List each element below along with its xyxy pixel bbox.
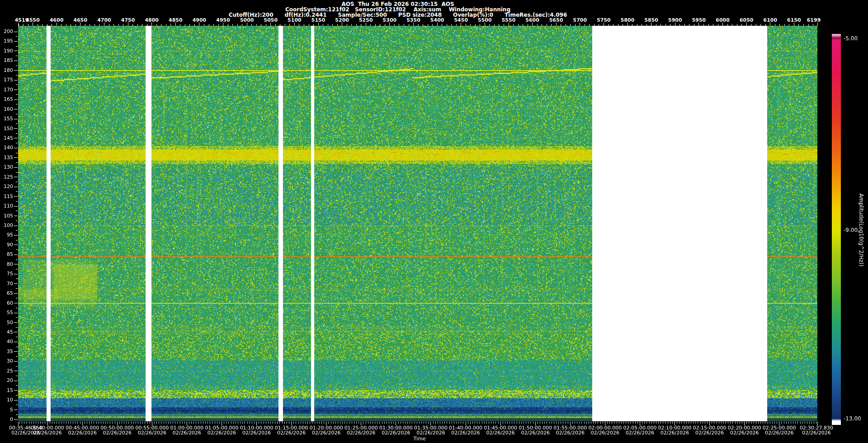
bottom-axis-minor-tick	[349, 422, 350, 424]
top-axis-major-tick	[461, 23, 461, 26]
bottom-axis-minor-tick	[201, 422, 201, 424]
bottom-axis-minor-tick	[765, 422, 765, 424]
bottom-axis-minor-tick	[454, 422, 454, 424]
bottom-axis-minor-tick	[215, 422, 215, 424]
top-axis-major-tick	[651, 23, 651, 26]
bottom-axis-minor-tick	[219, 422, 220, 424]
bottom-axis-minor-tick	[572, 422, 573, 424]
bottom-axis-minor-tick	[484, 422, 485, 424]
spectrogram-plot[interactable]	[18, 26, 817, 421]
bottom-axis-major-tick	[47, 422, 48, 425]
bottom-axis-minor-tick	[809, 422, 810, 424]
bottom-axis-minor-tick	[289, 422, 289, 424]
bottom-axis-date-label: 02/26/2026	[62, 430, 103, 435]
bottom-axis-minor-tick	[633, 422, 633, 424]
bottom-axis-minor-tick	[684, 422, 684, 424]
bottom-axis-date-label: 02/26/2026	[759, 430, 800, 435]
left-axis-major-tick	[14, 226, 18, 226]
bottom-axis-minor-tick	[326, 422, 326, 424]
top-axis-label: 5250	[357, 18, 375, 23]
bottom-axis-minor-tick	[245, 422, 245, 424]
bottom-axis-minor-tick	[530, 422, 531, 424]
left-axis-major-tick	[14, 245, 18, 245]
bottom-axis-minor-tick	[470, 422, 471, 424]
top-axis-label: 4950	[214, 18, 232, 23]
left-axis-major-tick	[14, 32, 18, 32]
bottom-axis-minor-tick	[489, 422, 489, 424]
left-axis-major-tick	[14, 351, 18, 352]
bottom-axis-minor-tick	[175, 422, 175, 424]
bottom-axis-minor-tick	[222, 422, 222, 424]
bottom-axis-minor-tick	[435, 422, 436, 424]
left-axis-major-tick	[14, 70, 18, 71]
left-axis-major-tick	[14, 381, 18, 381]
bottom-axis-minor-tick	[180, 422, 180, 424]
bottom-axis-minor-tick	[519, 422, 519, 424]
left-axis-major-tick	[14, 419, 18, 420]
bottom-axis-minor-tick	[182, 422, 183, 424]
bottom-axis-minor-tick	[509, 422, 510, 424]
left-axis-minor-tick	[16, 259, 18, 260]
bottom-axis-minor-tick	[433, 422, 434, 424]
bottom-axis-major-tick	[640, 422, 640, 425]
bottom-axis-minor-tick	[793, 422, 793, 424]
bottom-axis-minor-tick	[577, 422, 577, 424]
bottom-axis-minor-tick	[614, 422, 614, 424]
bottom-axis-minor-tick	[307, 422, 308, 424]
left-axis-label: 145	[1, 136, 13, 141]
bottom-axis-minor-tick	[103, 422, 104, 424]
bottom-axis-minor-tick	[589, 422, 589, 424]
bottom-axis-minor-tick	[581, 422, 582, 424]
bottom-axis-date-label: 02/26/2026	[655, 430, 695, 435]
bottom-axis-minor-tick	[77, 422, 78, 424]
bottom-axis-minor-tick	[412, 422, 412, 424]
bottom-axis-minor-tick	[131, 422, 132, 424]
bottom-axis-minor-tick	[254, 422, 255, 424]
left-axis-minor-tick	[16, 172, 18, 173]
bottom-axis-minor-tick	[259, 422, 259, 424]
bottom-axis-minor-tick	[317, 422, 317, 424]
bottom-axis-minor-tick	[310, 422, 310, 424]
bottom-axis-minor-tick	[361, 422, 361, 424]
bottom-axis-minor-tick	[22, 422, 22, 424]
colorbar-axis-label: Amplitude(Log10(g^2/Hz))	[858, 193, 864, 267]
bottom-axis-minor-tick	[140, 422, 141, 424]
bottom-axis-minor-tick	[781, 422, 782, 424]
bottom-axis-minor-tick	[795, 422, 796, 424]
bottom-axis-minor-tick	[212, 422, 212, 424]
bottom-axis-minor-tick	[566, 422, 566, 424]
left-axis-minor-tick	[16, 366, 18, 367]
bottom-axis-date-label: 02/26/2026	[796, 430, 837, 435]
bottom-axis-minor-tick	[354, 422, 354, 424]
bottom-axis-minor-tick	[384, 422, 385, 424]
bottom-axis-minor-tick	[654, 422, 654, 424]
bottom-axis-minor-tick	[177, 422, 178, 424]
bottom-axis-minor-tick	[695, 422, 696, 424]
bottom-axis-minor-tick	[703, 422, 703, 424]
bottom-axis-minor-tick	[122, 422, 122, 424]
bottom-axis-minor-tick	[398, 422, 399, 424]
top-axis-major-tick	[413, 23, 414, 26]
bottom-axis-minor-tick	[164, 422, 164, 424]
bottom-axis-minor-tick	[507, 422, 508, 424]
bottom-axis-minor-tick	[87, 422, 87, 424]
bottom-axis-minor-tick	[335, 422, 336, 424]
bottom-axis-minor-tick	[463, 422, 463, 424]
bottom-axis-minor-tick	[389, 422, 389, 424]
bottom-axis-minor-tick	[50, 422, 50, 424]
top-axis-label: 5400	[428, 18, 446, 23]
bottom-axis-date-label: 02/26/2026	[585, 430, 625, 435]
top-axis-label: 5350	[405, 18, 423, 23]
left-axis-label: 75	[1, 271, 13, 276]
bottom-axis-minor-tick	[356, 422, 357, 424]
left-axis-label: 130	[1, 165, 13, 170]
colorbar-tick-label: -9.00	[844, 227, 858, 233]
left-axis-major-tick	[14, 254, 18, 255]
bottom-axis-major-tick	[744, 422, 745, 425]
bottom-axis-minor-tick	[159, 422, 159, 424]
top-axis-major-tick	[366, 23, 366, 26]
bottom-axis-minor-tick	[142, 422, 143, 424]
left-axis-label: 25	[1, 368, 13, 373]
bottom-axis-minor-tick	[760, 422, 761, 424]
bottom-axis-minor-tick	[486, 422, 487, 424]
